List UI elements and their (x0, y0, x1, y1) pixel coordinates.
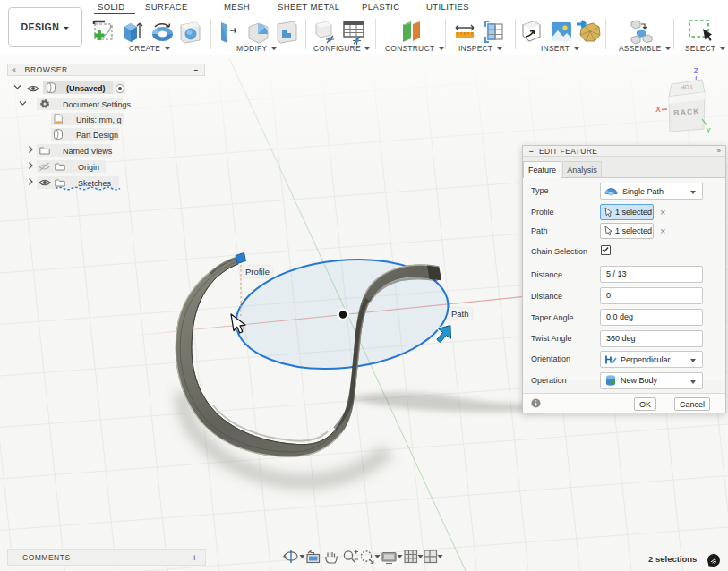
svg-text:Y: Y (706, 126, 711, 135)
svg-text:TOP: TOP (680, 84, 693, 91)
svg-text:BACK: BACK (673, 107, 700, 117)
svg-text:X: X (655, 105, 661, 114)
svg-text:Z: Z (693, 66, 698, 75)
